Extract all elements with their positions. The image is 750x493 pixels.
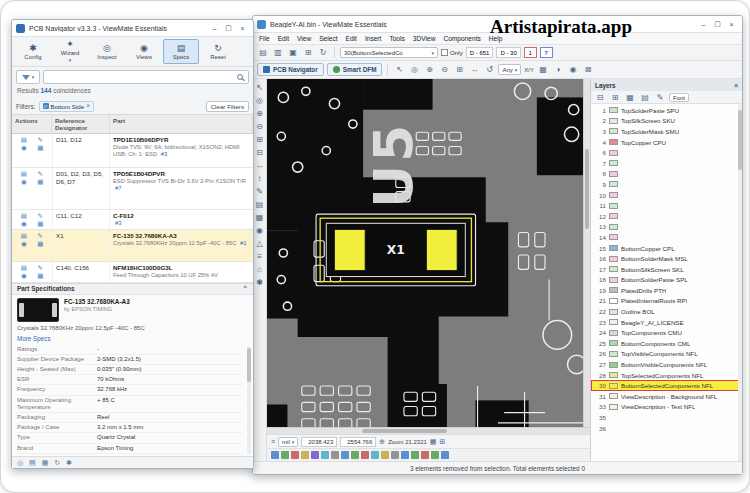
layer-color-swatch[interactable] (609, 118, 618, 124)
rows-icon[interactable]: ▤ (639, 92, 651, 103)
magnifier-icon[interactable]: ◎ (17, 459, 23, 467)
zoom-window-icon[interactable]: ⊞ (439, 438, 445, 446)
grid-icon[interactable]: ▦ (624, 92, 636, 103)
quick-tool-icon[interactable] (291, 451, 299, 459)
layer-row[interactable]: 24TopComponents CMU (591, 327, 742, 338)
grid-icon[interactable]: ▦ (33, 272, 49, 279)
layer-color-swatch[interactable] (609, 192, 618, 198)
scrollbar-thumb[interactable] (247, 348, 251, 382)
layer-row[interactable]: 19PlatedDrills PTH (591, 285, 742, 296)
cursor-icon[interactable]: ↖ (393, 64, 405, 75)
pan-horizontal-icon[interactable]: ↔ (254, 160, 266, 171)
layer-row[interactable]: 12 (591, 211, 742, 222)
eye-icon[interactable]: ◉ (16, 144, 32, 151)
layer-color-swatch[interactable] (609, 128, 618, 134)
menu-view[interactable]: View (297, 35, 311, 42)
units-select[interactable]: mil▾ (278, 437, 298, 447)
layer-row[interactable]: 4TopCopper CPU (591, 137, 742, 148)
menu-insert[interactable]: Insert (365, 35, 382, 42)
eye-icon[interactable]: ◉ (16, 240, 32, 247)
layer-color-swatch[interactable] (609, 171, 618, 177)
new-document-icon[interactable]: ▤ (257, 47, 269, 58)
grid-icon[interactable]: ▦ (537, 64, 549, 75)
menu-file[interactable]: File (259, 35, 270, 42)
layer-color-swatch[interactable] (609, 330, 618, 336)
layer-color-swatch[interactable] (609, 404, 618, 410)
layer-color-swatch[interactable] (609, 224, 618, 230)
list-icon[interactable]: ≡ (254, 251, 266, 262)
settings-icon[interactable]: ✱ (254, 277, 266, 288)
layer-row[interactable]: 23BeagleY_AI_LICENSE (591, 317, 742, 328)
layer-row[interactable]: 27BottomVisibleComponents NFL (591, 359, 742, 370)
close-icon[interactable]: × (734, 82, 738, 89)
layer-row[interactable]: 33ViewDescription - Text NFL (591, 402, 742, 413)
layer-row[interactable]: 28TopSelectedComponents NFL (591, 370, 742, 381)
canvas-vertical-scrollbar[interactable] (583, 79, 590, 427)
layer-row[interactable]: 15BottomCopper CPL (591, 243, 742, 254)
grid-icon[interactable]: ▦ (33, 240, 49, 247)
zoom-in-icon[interactable]: ⊕ (423, 64, 435, 75)
layer-row[interactable]: 25BottomComponents CML (591, 338, 742, 349)
menu-components[interactable]: Components (443, 35, 480, 42)
dcode-field-1[interactable]: D - 651 (466, 47, 494, 58)
remove-filter-icon[interactable]: × (86, 103, 90, 109)
filter-dropdown-button[interactable]: ▾ (16, 70, 40, 84)
layer-color-swatch[interactable] (609, 277, 618, 283)
layers-scrollbar[interactable] (738, 104, 742, 461)
layer-color-swatch[interactable] (609, 234, 618, 240)
nav-tool-config[interactable]: ✱Config (15, 39, 51, 64)
edit-icon[interactable]: ✎ (33, 232, 49, 239)
dcode-field-2[interactable]: D - 30 (496, 47, 520, 58)
menu-edit[interactable]: Edit (346, 35, 357, 42)
grid-icon[interactable]: ▦ (430, 438, 437, 446)
filter-chip-bottom-side[interactable]: ✓ Bottom Side × (39, 101, 95, 112)
scrollbar-thumb[interactable] (585, 149, 589, 229)
layer-row[interactable]: 2TopSilkScreen SKU (591, 116, 742, 127)
layer-row[interactable]: 22Outline BOL (591, 306, 742, 317)
quick-tool-icon[interactable] (271, 451, 279, 459)
layer-color-swatch[interactable] (609, 160, 618, 166)
layer-color-swatch[interactable] (609, 203, 618, 209)
layer-row[interactable]: 14 (591, 232, 742, 243)
document-icon[interactable]: ▤ (16, 264, 32, 271)
close-button[interactable]: × (236, 23, 249, 34)
print-grid-icon[interactable]: ⊞ (302, 47, 314, 58)
layer-color-swatch[interactable] (609, 415, 618, 421)
edit-icon[interactable]: ✎ (33, 264, 49, 271)
layer-row[interactable]: 31ViewDescription - Background NFL (591, 391, 742, 402)
zoom-out-icon[interactable]: ⊖ (254, 121, 266, 132)
inspect-icon[interactable]: ◎ (408, 64, 420, 75)
quick-tool-icon[interactable] (431, 451, 439, 459)
layer-row[interactable]: 6 (591, 147, 742, 158)
clear-filters-button[interactable]: Clear Filters (206, 101, 249, 112)
zoom-fit-icon[interactable]: ⊟ (254, 147, 266, 158)
select-arrow-icon[interactable]: ↖ (254, 82, 266, 93)
quick-tool-icon[interactable] (441, 451, 449, 459)
layer-row[interactable]: 26TopVisibleComponents NFL (591, 349, 742, 360)
layer-color-swatch[interactable] (609, 425, 618, 431)
maximize-button[interactable]: ▢ (222, 23, 235, 34)
num-box-2[interactable]: 7 (540, 47, 553, 58)
any-select[interactable]: Any▾ (498, 64, 521, 75)
pcb-canvas[interactable]: .k{fill:#0d0d0d}.w{fill:none;stroke:#ece… (267, 79, 590, 427)
document-icon[interactable]: ▤ (16, 232, 32, 239)
nav-tool-inspect[interactable]: ◎Inspect (89, 39, 125, 64)
quick-tool-icon[interactable] (341, 451, 349, 459)
layer-color-swatch[interactable] (609, 340, 618, 346)
minimize-button[interactable]: – (208, 23, 221, 34)
grid-icon[interactable]: ▦ (33, 220, 49, 227)
pan-vertical-icon[interactable]: ↕ (254, 173, 266, 184)
layer-row[interactable]: 16BottomSolderMask MSL (591, 253, 742, 264)
quick-tool-icon[interactable] (281, 451, 289, 459)
layer-color-swatch[interactable] (609, 256, 618, 262)
document-icon[interactable]: ▤ (16, 136, 32, 143)
close-button[interactable]: × (725, 19, 738, 30)
quick-tool-icon[interactable] (331, 451, 339, 459)
table-row[interactable]: ▤✎◉▦C140, C156NFM18HC100D0G3LFeed Throug… (12, 262, 253, 282)
document-icon[interactable]: ▤ (16, 212, 32, 219)
menu-select[interactable]: Select (319, 35, 337, 42)
eye-icon[interactable]: ◉ (16, 272, 32, 279)
zoom-out-icon[interactable]: ⊖ (438, 64, 450, 75)
refresh-icon[interactable]: ↻ (54, 459, 60, 467)
table-row[interactable]: ▤✎◉▦D11, D12TPD1E10B06DPYRDiode TVS: 9V;… (12, 134, 253, 168)
